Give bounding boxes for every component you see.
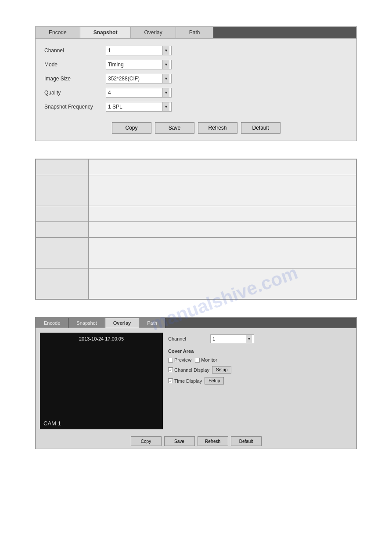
channel-display-row: Channel Display Setup [168, 366, 352, 374]
snapshot-body: Channel 1 ▼ Mode Timing ▼ Image Si [36, 39, 356, 141]
table-row [36, 222, 356, 238]
time-display-label: Time Display [174, 378, 202, 384]
mode-value: Timing [108, 62, 162, 68]
image-size-label: Image Size [44, 76, 106, 82]
preview-label: Preview [174, 357, 191, 363]
grid-label-cell [36, 268, 89, 299]
tab-overlay-active[interactable]: Overlay [105, 318, 139, 328]
snapshot-freq-select[interactable]: 1 SPL ▼ [106, 102, 172, 112]
channel-value: 1 [108, 47, 162, 54]
grid-label-cell [36, 222, 89, 238]
save-button[interactable]: Save [155, 122, 194, 134]
copy-button[interactable]: Copy [112, 122, 151, 134]
preview-checkbox[interactable] [168, 358, 173, 363]
grid-label-cell [36, 160, 89, 175]
tab-snapshot[interactable]: Snapshot [80, 27, 131, 38]
table-row [36, 268, 356, 299]
ov-channel-value: 1 [212, 336, 246, 341]
ov-save-button[interactable]: Save [164, 436, 195, 446]
ov-channel-label: Channel [168, 336, 208, 341]
table-row [36, 160, 356, 175]
table-row [36, 175, 356, 206]
mode-row: Mode Timing ▼ [44, 60, 348, 69]
monitor-checkbox-item[interactable]: Monitor [195, 357, 217, 363]
quality-value: 4 [108, 90, 162, 96]
tab-snapshot-overlay[interactable]: Snapshot [68, 318, 105, 328]
grid-value-cell [89, 160, 356, 175]
tab-encode[interactable]: Encode [36, 27, 80, 38]
cover-area-label: Cover Area [168, 348, 352, 354]
cam-label: CAM 1 [40, 417, 163, 429]
cam-timestamp: 2013-10-24 17:00:05 [40, 333, 163, 341]
refresh-button[interactable]: Refresh [198, 122, 237, 134]
snapshot-freq-label: Snapshot Frequency [44, 104, 106, 110]
ov-channel-row: Channel 1 ▼ [168, 334, 352, 343]
channel-arrow[interactable]: ▼ [162, 46, 169, 55]
mode-select[interactable]: Timing ▼ [106, 60, 172, 69]
preview-checkbox-item[interactable]: Preview [168, 357, 191, 363]
time-display-checkbox-item[interactable]: Time Display [168, 378, 202, 384]
snapshot-freq-arrow[interactable]: ▼ [162, 102, 169, 111]
grid-label-cell [36, 175, 89, 206]
monitor-label: Monitor [201, 357, 217, 363]
grid-panel [35, 159, 357, 300]
snapshot-freq-value: 1 SPL [108, 104, 162, 110]
image-size-select[interactable]: 352*288(CIF) ▼ [106, 74, 172, 83]
grid-label-cell [36, 206, 89, 222]
quality-select[interactable]: 4 ▼ [106, 88, 172, 98]
tab-path[interactable]: Path [176, 27, 214, 38]
overlay-panel: Encode Snapshot Overlay Path 2013-10-24 … [35, 317, 357, 449]
grid-label-cell [36, 238, 89, 268]
table-row [36, 238, 356, 268]
time-display-setup-button[interactable]: Setup [205, 377, 224, 385]
ov-copy-button[interactable]: Copy [131, 436, 162, 446]
grid-value-cell [89, 238, 356, 268]
channel-row: Channel 1 ▼ [44, 46, 348, 55]
tab-path-overlay[interactable]: Path [139, 318, 165, 328]
channel-label: Channel [44, 47, 106, 54]
time-display-row: Time Display Setup [168, 377, 352, 385]
image-size-row: Image Size 352*288(CIF) ▼ [44, 74, 348, 83]
quality-arrow[interactable]: ▼ [162, 88, 169, 97]
cover-area-checkboxes: Preview Monitor [168, 357, 352, 363]
overlay-settings: Channel 1 ▼ Cover Area Preview [168, 333, 352, 429]
ov-channel-select[interactable]: 1 ▼ [210, 334, 254, 343]
cam-preview: 2013-10-24 17:00:05 CAM 1 [40, 333, 163, 429]
image-size-arrow[interactable]: ▼ [162, 74, 169, 83]
channel-display-checkbox-item[interactable]: Channel Display [168, 367, 209, 373]
monitor-checkbox[interactable] [195, 358, 200, 363]
ov-refresh-button[interactable]: Refresh [198, 436, 228, 446]
overlay-tabs: Encode Snapshot Overlay Path [36, 318, 356, 328]
ov-channel-arrow[interactable]: ▼ [246, 335, 252, 343]
quality-row: Quality 4 ▼ [44, 88, 348, 98]
channel-display-setup-button[interactable]: Setup [212, 366, 231, 374]
snapshot-freq-row: Snapshot Frequency 1 SPL ▼ [44, 102, 348, 112]
default-button[interactable]: Default [241, 122, 281, 134]
table-row [36, 206, 356, 222]
mode-arrow[interactable]: ▼ [162, 60, 169, 69]
grid-value-cell [89, 175, 356, 206]
time-display-checkbox[interactable] [168, 378, 173, 383]
channel-select[interactable]: 1 ▼ [106, 46, 172, 55]
snapshot-tabs: Encode Snapshot Overlay Path [36, 27, 356, 39]
tab-filler-overlay [165, 318, 356, 328]
tab-filler [213, 27, 356, 38]
tab-encode-overlay[interactable]: Encode [36, 318, 68, 328]
image-size-value: 352*288(CIF) [108, 76, 162, 82]
grid-value-cell [89, 206, 356, 222]
ov-default-button[interactable]: Default [231, 436, 262, 446]
grid-value-cell [89, 268, 356, 299]
overlay-button-row: Copy Save Refresh Default [36, 434, 356, 449]
grid-value-cell [89, 222, 356, 238]
quality-label: Quality [44, 90, 106, 96]
mode-label: Mode [44, 62, 106, 68]
grid-table [36, 159, 356, 299]
tab-overlay[interactable]: Overlay [131, 27, 176, 38]
snapshot-button-row: Copy Save Refresh Default [44, 119, 348, 134]
snapshot-panel: Encode Snapshot Overlay Path Channel 1 ▼… [35, 26, 357, 141]
overlay-body: 2013-10-24 17:00:05 CAM 1 Channel 1 ▼ Co… [36, 328, 356, 434]
channel-display-label: Channel Display [174, 367, 209, 373]
channel-display-checkbox[interactable] [168, 367, 173, 372]
